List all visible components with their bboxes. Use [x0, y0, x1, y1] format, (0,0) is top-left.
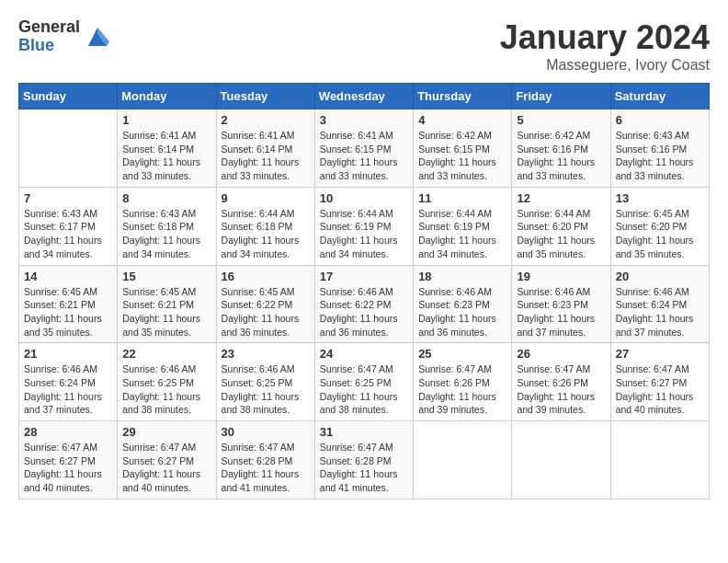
calendar-cell: 22Sunrise: 6:46 AMSunset: 6:25 PMDayligh… [118, 343, 216, 421]
day-number: 11 [418, 191, 506, 205]
day-number: 5 [517, 113, 605, 127]
weekday-header: Thursday [414, 84, 512, 109]
day-number: 19 [517, 270, 605, 283]
day-number: 2 [222, 113, 310, 127]
weekday-header: Tuesday [216, 84, 314, 109]
day-info: Sunrise: 6:46 AMSunset: 6:24 PMDaylight:… [24, 362, 112, 417]
day-number: 21 [24, 347, 112, 361]
day-info: Sunrise: 6:44 AMSunset: 6:18 PMDaylight:… [222, 207, 310, 261]
calendar-cell: 4Sunrise: 6:42 AMSunset: 6:15 PMDaylight… [414, 109, 512, 188]
calendar-cell: 27Sunrise: 6:47 AMSunset: 6:27 PMDayligh… [610, 343, 709, 421]
calendar-cell: 24Sunrise: 6:47 AMSunset: 6:25 PMDayligh… [314, 343, 413, 421]
calendar-cell: 16Sunrise: 6:45 AMSunset: 6:22 PMDayligh… [216, 265, 314, 343]
calendar-cell: 9Sunrise: 6:44 AMSunset: 6:18 PMDaylight… [216, 187, 314, 265]
day-info: Sunrise: 6:47 AMSunset: 6:28 PMDaylight:… [222, 441, 310, 495]
day-info: Sunrise: 6:45 AMSunset: 6:21 PMDaylight:… [24, 285, 112, 339]
day-number: 14 [24, 270, 112, 283]
day-info: Sunrise: 6:46 AMSunset: 6:25 PMDaylight:… [222, 362, 310, 417]
logo-text: General Blue [18, 18, 80, 55]
day-info: Sunrise: 6:43 AMSunset: 6:17 PMDaylight:… [24, 207, 112, 261]
day-number: 31 [320, 425, 408, 439]
calendar-week-row: 7Sunrise: 6:43 AMSunset: 6:17 PMDaylight… [19, 187, 710, 265]
calendar-table: SundayMondayTuesdayWednesdayThursdayFrid… [18, 83, 710, 500]
month-title: January 2024 [500, 18, 710, 57]
calendar-week-row: 28Sunrise: 6:47 AMSunset: 6:27 PMDayligh… [19, 421, 710, 500]
day-number: 7 [24, 191, 112, 205]
weekday-header: Sunday [19, 84, 118, 109]
calendar-cell [610, 421, 709, 500]
title-section: January 2024 Masseguere, Ivory Coast [500, 18, 710, 74]
calendar-cell: 23Sunrise: 6:46 AMSunset: 6:25 PMDayligh… [216, 343, 314, 421]
day-number: 10 [320, 191, 408, 205]
calendar-cell [512, 421, 610, 500]
day-info: Sunrise: 6:44 AMSunset: 6:19 PMDaylight:… [418, 207, 506, 261]
weekday-header: Saturday [610, 84, 709, 109]
logo: General Blue [18, 18, 111, 55]
calendar-cell: 20Sunrise: 6:46 AMSunset: 6:24 PMDayligh… [610, 265, 709, 343]
day-number: 15 [122, 270, 210, 283]
calendar-cell: 26Sunrise: 6:47 AMSunset: 6:26 PMDayligh… [512, 343, 610, 421]
day-info: Sunrise: 6:41 AMSunset: 6:15 PMDaylight:… [320, 129, 408, 183]
weekday-header: Friday [512, 84, 610, 109]
calendar-week-row: 14Sunrise: 6:45 AMSunset: 6:21 PMDayligh… [19, 265, 710, 343]
day-number: 3 [320, 113, 408, 127]
day-number: 29 [122, 425, 210, 439]
day-info: Sunrise: 6:47 AMSunset: 6:26 PMDaylight:… [517, 362, 605, 417]
calendar-cell: 1Sunrise: 6:41 AMSunset: 6:14 PMDaylight… [118, 109, 216, 188]
calendar-cell: 19Sunrise: 6:46 AMSunset: 6:23 PMDayligh… [512, 265, 610, 343]
day-number: 4 [418, 113, 506, 127]
calendar-cell [19, 109, 118, 188]
calendar-cell: 10Sunrise: 6:44 AMSunset: 6:19 PMDayligh… [314, 187, 413, 265]
calendar-cell: 31Sunrise: 6:47 AMSunset: 6:28 PMDayligh… [314, 421, 413, 500]
logo-general: General [18, 18, 80, 37]
day-info: Sunrise: 6:46 AMSunset: 6:23 PMDaylight:… [418, 285, 506, 339]
day-number: 26 [517, 347, 605, 361]
day-info: Sunrise: 6:45 AMSunset: 6:21 PMDaylight:… [122, 285, 210, 339]
day-info: Sunrise: 6:41 AMSunset: 6:14 PMDaylight:… [222, 129, 310, 183]
calendar-cell: 7Sunrise: 6:43 AMSunset: 6:17 PMDaylight… [19, 187, 118, 265]
calendar-cell: 17Sunrise: 6:46 AMSunset: 6:22 PMDayligh… [314, 265, 413, 343]
day-info: Sunrise: 6:43 AMSunset: 6:18 PMDaylight:… [122, 207, 210, 261]
weekday-header-row: SundayMondayTuesdayWednesdayThursdayFrid… [19, 84, 710, 109]
calendar-week-row: 21Sunrise: 6:46 AMSunset: 6:24 PMDayligh… [19, 343, 710, 421]
day-number: 16 [222, 270, 310, 283]
day-number: 22 [122, 347, 210, 361]
calendar-cell: 15Sunrise: 6:45 AMSunset: 6:21 PMDayligh… [118, 265, 216, 343]
calendar-cell: 29Sunrise: 6:47 AMSunset: 6:27 PMDayligh… [118, 421, 216, 500]
weekday-header: Wednesday [314, 84, 413, 109]
day-info: Sunrise: 6:44 AMSunset: 6:20 PMDaylight:… [517, 207, 605, 261]
calendar-cell: 25Sunrise: 6:47 AMSunset: 6:26 PMDayligh… [414, 343, 512, 421]
day-number: 1 [122, 113, 210, 127]
day-number: 20 [616, 270, 704, 283]
day-info: Sunrise: 6:42 AMSunset: 6:16 PMDaylight:… [517, 129, 605, 183]
day-info: Sunrise: 6:44 AMSunset: 6:19 PMDaylight:… [320, 207, 408, 261]
day-number: 24 [320, 347, 408, 361]
day-info: Sunrise: 6:47 AMSunset: 6:27 PMDaylight:… [122, 441, 210, 495]
calendar-week-row: 1Sunrise: 6:41 AMSunset: 6:14 PMDaylight… [19, 109, 710, 188]
day-number: 28 [24, 425, 112, 439]
calendar-cell: 12Sunrise: 6:44 AMSunset: 6:20 PMDayligh… [512, 187, 610, 265]
calendar-cell: 8Sunrise: 6:43 AMSunset: 6:18 PMDaylight… [118, 187, 216, 265]
day-number: 12 [517, 191, 605, 205]
calendar-cell: 28Sunrise: 6:47 AMSunset: 6:27 PMDayligh… [19, 421, 118, 500]
calendar-cell: 3Sunrise: 6:41 AMSunset: 6:15 PMDaylight… [314, 109, 413, 188]
calendar-cell: 6Sunrise: 6:43 AMSunset: 6:16 PMDaylight… [610, 109, 709, 188]
day-info: Sunrise: 6:47 AMSunset: 6:25 PMDaylight:… [320, 362, 408, 417]
location: Masseguere, Ivory Coast [500, 57, 710, 74]
calendar-cell: 13Sunrise: 6:45 AMSunset: 6:20 PMDayligh… [610, 187, 709, 265]
day-number: 9 [222, 191, 310, 205]
day-info: Sunrise: 6:47 AMSunset: 6:26 PMDaylight:… [418, 362, 506, 417]
day-info: Sunrise: 6:47 AMSunset: 6:27 PMDaylight:… [24, 441, 112, 495]
day-number: 23 [222, 347, 310, 361]
calendar-cell: 18Sunrise: 6:46 AMSunset: 6:23 PMDayligh… [414, 265, 512, 343]
day-info: Sunrise: 6:42 AMSunset: 6:15 PMDaylight:… [418, 129, 506, 183]
day-info: Sunrise: 6:45 AMSunset: 6:20 PMDaylight:… [616, 207, 704, 261]
day-number: 17 [320, 270, 408, 283]
day-number: 25 [418, 347, 506, 361]
day-number: 18 [418, 270, 506, 283]
logo-icon [84, 23, 111, 51]
day-number: 27 [616, 347, 704, 361]
calendar-cell: 14Sunrise: 6:45 AMSunset: 6:21 PMDayligh… [19, 265, 118, 343]
day-number: 30 [222, 425, 310, 439]
day-info: Sunrise: 6:47 AMSunset: 6:27 PMDaylight:… [616, 362, 704, 417]
